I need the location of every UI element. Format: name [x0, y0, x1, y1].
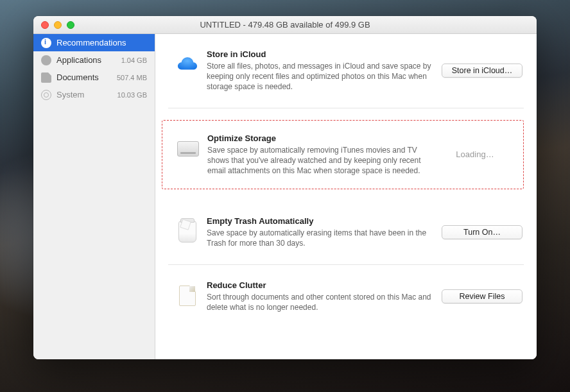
- loading-label: Loading…: [456, 149, 494, 159]
- section-title: Store in iCloud: [207, 49, 433, 59]
- sidebar-item-label: Applications: [56, 55, 116, 65]
- section-title: Reduce Clutter: [207, 280, 433, 290]
- sidebar: Recommendations Applications 1.04 GB Doc…: [33, 34, 155, 359]
- turn-on-button[interactable]: Turn On…: [442, 225, 522, 239]
- section-desc: Store all files, photos, and messages in…: [207, 61, 433, 92]
- documents-icon: [41, 72, 51, 83]
- window-title: UNTITLED - 479.48 GB available of 499.9 …: [33, 20, 537, 30]
- sidebar-item-size: 507.4 MB: [117, 74, 147, 81]
- close-button[interactable]: [41, 21, 49, 29]
- window-controls: [41, 21, 74, 29]
- store-in-icloud-button[interactable]: Store in iCloud…: [442, 64, 522, 78]
- sidebar-item-applications[interactable]: Applications 1.04 GB: [33, 51, 155, 69]
- section-desc: Save space by automatically erasing item…: [207, 228, 433, 248]
- titlebar[interactable]: UNTITLED - 479.48 GB available of 499.9 …: [33, 16, 537, 34]
- applications-icon: [41, 55, 51, 65]
- sidebar-item-size: 10.03 GB: [117, 91, 147, 99]
- section-reduce-clutter: Reduce Clutter Sort through documents an…: [168, 265, 524, 328]
- trash-icon: [168, 216, 207, 248]
- section-desc: Sort through documents and other content…: [207, 292, 433, 312]
- storage-window: UNTITLED - 479.48 GB available of 499.9 …: [33, 16, 537, 359]
- cloud-icon: [168, 49, 207, 92]
- sidebar-item-label: System: [56, 90, 112, 99]
- sidebar-item-size: 1.04 GB: [121, 56, 147, 64]
- section-optimize-storage: Optimize Storage Save space by automatic…: [162, 120, 524, 190]
- sidebar-item-label: Documents: [56, 72, 112, 82]
- sidebar-item-label: Recommendations: [56, 38, 142, 47]
- minimize-button[interactable]: [54, 21, 62, 29]
- sidebar-item-recommendations[interactable]: Recommendations: [33, 34, 155, 51]
- section-title: Optimize Storage: [207, 133, 426, 143]
- section-title: Empty Trash Automatically: [207, 216, 433, 226]
- document-icon: [168, 280, 207, 312]
- section-desc: Save space by automatically removing iTu…: [207, 145, 426, 176]
- sidebar-item-system[interactable]: System 10.03 GB: [33, 86, 155, 103]
- review-files-button[interactable]: Review Files: [442, 289, 522, 303]
- content-area: Recommendations Applications 1.04 GB Doc…: [33, 34, 537, 359]
- section-empty-trash: Empty Trash Automatically Save space by …: [168, 201, 524, 264]
- sidebar-item-documents[interactable]: Documents 507.4 MB: [33, 69, 155, 86]
- section-store-in-icloud: Store in iCloud Store all files, photos,…: [168, 34, 524, 108]
- main-panel: Store in iCloud Store all files, photos,…: [155, 34, 537, 359]
- fullscreen-button[interactable]: [67, 21, 74, 29]
- system-icon: [41, 90, 51, 100]
- recommendations-icon: [41, 38, 51, 48]
- drive-icon: [169, 133, 207, 176]
